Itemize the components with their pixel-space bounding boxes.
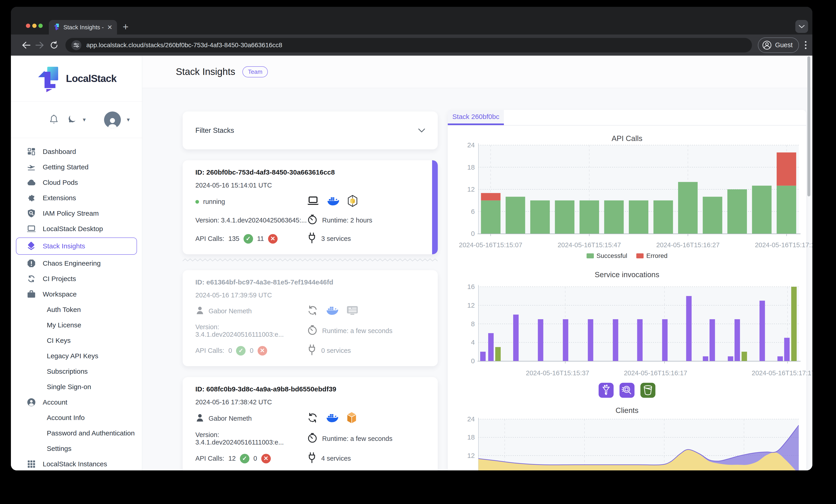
- sidebar-item-ci-projects[interactable]: CI Projects: [11, 271, 142, 287]
- stack-services: 0 services: [321, 347, 351, 354]
- sidebar-item-extensions[interactable]: Extensions: [11, 190, 142, 206]
- zoom-window-button[interactable]: [38, 24, 43, 28]
- laptop-icon: [307, 196, 319, 208]
- api-error-count: 0: [253, 455, 257, 462]
- stack-card-0[interactable]: ID: 260bf0bc-753d-4af3-8450-30a663616cc8…: [183, 160, 438, 254]
- stack-owner: Gabor Nemeth: [209, 415, 252, 422]
- svg-text:24: 24: [467, 142, 475, 149]
- sidebar-item-ci-keys[interactable]: CI Keys: [11, 333, 142, 348]
- svg-text:0: 0: [471, 357, 475, 365]
- stack-services: 3 services: [321, 235, 351, 243]
- api-error-count: 11: [257, 235, 264, 243]
- notifications-bell-icon[interactable]: [49, 114, 59, 125]
- selected-stack-indicator: [432, 160, 438, 254]
- close-window-button[interactable]: [26, 24, 30, 28]
- sidebar-item-label: CI Projects: [43, 275, 76, 283]
- api-calls-chart: 06121824: [448, 142, 806, 239]
- stack-id: ID: 260bf0bc-753d-4af3-8450-30a663616cc8: [195, 169, 425, 176]
- tab-close-icon[interactable]: ✕: [107, 24, 112, 31]
- sync-icon: [27, 274, 36, 283]
- theme-caret-icon[interactable]: ▼: [82, 117, 87, 123]
- tab-search-chevron-button[interactable]: [795, 20, 808, 33]
- cloud-icon: [27, 178, 36, 187]
- stack-list: ID: 260bf0bc-753d-4af3-8450-30a663616cc8…: [183, 160, 438, 470]
- clients-chart-title: Clients: [448, 406, 806, 415]
- error-x-icon: ✕: [258, 346, 267, 355]
- sidebar-item-label: My License: [47, 321, 81, 329]
- sidebar-item-localstack-desktop[interactable]: LocalStack Desktop: [11, 221, 142, 236]
- browser-tab[interactable]: Stack Insights - LocalStack ✕: [49, 20, 117, 35]
- site-settings-icon[interactable]: [71, 40, 81, 50]
- back-icon[interactable]: [20, 39, 32, 51]
- monitor-icon: [346, 305, 359, 317]
- sidebar-item-dashboard[interactable]: Dashboard: [11, 144, 142, 159]
- chevron-down-icon: [418, 129, 425, 133]
- stacks-column: Filter Stacks ID: 260bf0bc-753d-4af3-845…: [183, 112, 438, 470]
- error-x-icon: ✕: [261, 454, 271, 463]
- url-bar[interactable]: app.localstack.cloud/stacks/260bf0bc-753…: [65, 38, 752, 53]
- guest-profile-button[interactable]: Guest: [758, 37, 799, 53]
- tab-stack-260bf0bc[interactable]: Stack 260bf0bc: [448, 110, 504, 125]
- svg-text:16: 16: [467, 284, 475, 290]
- refresh-icon: [307, 412, 318, 425]
- sidebar-item-label: Auth Token: [47, 306, 81, 313]
- legend-item-successful[interactable]: Successful: [587, 252, 627, 259]
- sidebar-item-label: Legacy API Keys: [47, 352, 98, 360]
- browser-menu-icon[interactable]: [805, 41, 806, 49]
- error-x-icon: ✕: [268, 234, 278, 244]
- sidebar-item-single-sign-on[interactable]: Single Sign-on: [11, 379, 142, 394]
- docker-icon: [326, 305, 339, 317]
- sidebar-item-auth-token[interactable]: Auth Token: [11, 302, 142, 317]
- stack-detail-panel: Stack 260bf0bc API Calls061218242024-05-…: [448, 110, 806, 470]
- new-tab-button[interactable]: +: [123, 22, 129, 32]
- sidebar-item-subscriptions[interactable]: Subscriptions: [11, 364, 142, 379]
- sidebar-item-password-and-authentication[interactable]: Password and Authentication: [11, 425, 142, 441]
- sidebar-item-legacy-api-keys[interactable]: Legacy API Keys: [11, 348, 142, 364]
- sidebar-item-stack-insights[interactable]: Stack Insights: [16, 237, 137, 255]
- svg-text:12: 12: [467, 452, 475, 459]
- sidebar-item-getting-started[interactable]: Getting Started: [11, 159, 142, 175]
- sidebar-item-chaos-engineering[interactable]: Chaos Engineering: [11, 256, 142, 271]
- success-check-icon: ✓: [236, 346, 246, 355]
- sidebar-item-localstack-instances[interactable]: LocalStack Instances: [11, 456, 142, 470]
- person-icon: [27, 398, 36, 407]
- sidebar-item-account-info[interactable]: Account Info: [11, 410, 142, 425]
- service-invocations-legend: [448, 383, 806, 399]
- bucket-service-icon[interactable]: [641, 383, 656, 399]
- forward-icon[interactable]: [34, 39, 46, 51]
- plug-icon: [307, 344, 317, 357]
- stack-card-2[interactable]: ID: 608fc0b9-3d8c-4a9a-a9b8-bd6550ebdf39…: [183, 377, 438, 470]
- sidebar-item-settings[interactable]: Settings: [11, 441, 142, 456]
- filter-stacks-dropdown[interactable]: Filter Stacks: [183, 112, 438, 149]
- stack-id: ID: e61364bf-bc97-4a3e-81e5-7ef1944e46fd: [195, 278, 425, 286]
- page-scrollbar[interactable]: [808, 56, 810, 196]
- stack-card-1[interactable]: ID: e61364bf-bc97-4a3e-81e5-7ef1944e46fd…: [183, 270, 438, 366]
- stack-timestamp: 2024-05-16 17:38:42 UTC: [195, 399, 425, 406]
- stack-runtime: Runtime: a few seconds: [322, 435, 392, 443]
- cube-icon: [346, 412, 357, 425]
- svg-text:8: 8: [471, 320, 475, 328]
- sidebar-item-my-license[interactable]: My License: [11, 317, 142, 333]
- browser-window: Stack Insights - LocalStack ✕ + app.loca…: [11, 7, 812, 470]
- sidebar-item-workspace[interactable]: Workspace: [11, 287, 142, 302]
- minimize-window-button[interactable]: [32, 24, 37, 28]
- sidebar-item-iam-policy-stream[interactable]: IAM Policy Stream: [11, 206, 142, 221]
- shield-icon: [27, 209, 36, 218]
- funnel-service-icon[interactable]: [598, 383, 613, 399]
- sidebar-item-cloud-pods[interactable]: Cloud Pods: [11, 175, 142, 190]
- account-caret-icon[interactable]: ▼: [126, 117, 131, 123]
- sidebar-item-account[interactable]: Account: [11, 394, 142, 410]
- sidebar-item-label: Single Sign-on: [47, 383, 91, 391]
- sidebar-item-label: Workspace: [43, 290, 77, 298]
- theme-moon-icon[interactable]: [67, 114, 77, 125]
- status-text: running: [203, 198, 225, 206]
- sidebar-item-label: Stack Insights: [43, 242, 85, 250]
- sidebar-item-label: Chaos Engineering: [43, 259, 101, 267]
- reload-icon[interactable]: [48, 39, 60, 51]
- legend-item-errored[interactable]: Errored: [636, 252, 667, 259]
- localstack-logo[interactable]: LocalStack: [11, 56, 142, 102]
- sidebar-menu: DashboardGetting StartedCloud PodsExtens…: [11, 138, 142, 470]
- user-avatar[interactable]: [104, 112, 121, 128]
- search-service-icon[interactable]: [620, 383, 634, 399]
- docker-icon: [327, 196, 339, 208]
